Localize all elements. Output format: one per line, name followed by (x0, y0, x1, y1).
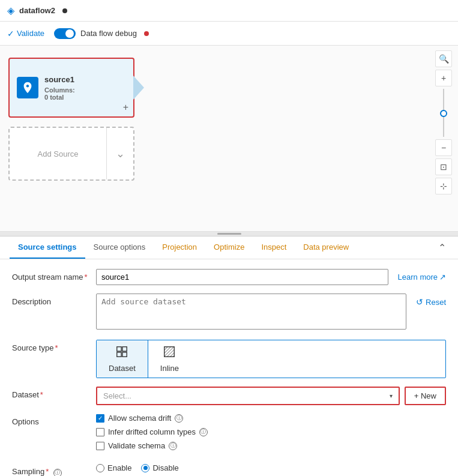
source-type-row: Source type* Dataset (12, 340, 446, 378)
add-source-chevron-icon[interactable]: ⌄ (107, 147, 133, 160)
description-control (96, 294, 406, 331)
validate-button[interactable]: ✓ Validate (7, 29, 44, 38)
zoom-in-button[interactable]: + (435, 70, 452, 86)
required-marker4: * (46, 467, 49, 476)
tab-projection[interactable]: Projection (154, 236, 205, 259)
option3-info-icon[interactable]: ⓘ (169, 442, 177, 450)
option1-row: Allow schema drift ⓘ (96, 414, 446, 423)
panel-collapse-button[interactable]: ⌃ (436, 240, 448, 256)
columns-value: 0 total (44, 94, 64, 101)
new-btn-label: + New (414, 391, 436, 400)
search-canvas-button[interactable]: 🔍 (435, 50, 452, 67)
node-info: source1 Columns: 0 total (44, 75, 126, 101)
dataset-type-button[interactable]: Dataset (97, 340, 148, 378)
validate-schema-checkbox[interactable] (96, 442, 104, 450)
sampling-control: Enable Disable (96, 463, 446, 472)
add-source-box[interactable]: Add Source ⌄ (8, 127, 134, 181)
collapse-indicator (217, 233, 241, 235)
canvas-controls: 🔍 + − ⊡ ⊹ (429, 46, 458, 231)
svg-rect-3 (122, 352, 127, 357)
svg-rect-1 (122, 347, 127, 351)
description-label: Description (12, 294, 96, 306)
settings-form: Output stream name* Learn more ↗ Descrip… (0, 259, 458, 476)
output-stream-label: Output stream name* (12, 269, 96, 282)
dataset-control: Select... ▾ + New (96, 387, 446, 405)
marquee-select-button[interactable]: ⊹ (435, 178, 452, 194)
collapse-bar[interactable] (0, 232, 458, 236)
allow-schema-drift-checkbox[interactable] (96, 414, 104, 423)
output-stream-row: Output stream name* Learn more ↗ (12, 269, 446, 285)
required-marker2: * (55, 343, 58, 352)
tab-source-settings[interactable]: Source settings (10, 236, 85, 259)
debug-label: Data flow debug (80, 29, 137, 38)
description-input[interactable] (96, 294, 406, 330)
source-type-control: Dataset (96, 340, 446, 378)
top-bar: ◈ dataflow2 (0, 0, 458, 22)
zoom-slider-track (443, 89, 444, 137)
svg-rect-4 (164, 347, 175, 357)
tab-inspect[interactable]: Inspect (253, 236, 295, 259)
inline-type-button[interactable]: Inline (148, 340, 191, 378)
reset-button[interactable]: ↺ Reset (416, 294, 446, 307)
option1-label: Allow schema drift (108, 414, 171, 423)
disable-label: Disable (152, 463, 178, 472)
source-type-label: Source type* (12, 340, 96, 352)
checkmark-icon: ✓ (7, 29, 14, 38)
option3-row: Validate schema ⓘ (96, 441, 446, 450)
top-bar-title: dataflow2 (19, 6, 55, 15)
options-label: Options (12, 414, 96, 426)
zoom-out-button[interactable]: − (435, 139, 452, 156)
add-source-label: Add Source (10, 149, 106, 158)
toolbar: ✓ Validate Data flow debug (0, 22, 458, 46)
source-type-toggle: Dataset (96, 340, 446, 378)
debug-status-dot (144, 31, 149, 36)
enable-radio[interactable] (96, 464, 104, 472)
external-link-icon: ↗ (439, 273, 446, 282)
option2-info-icon[interactable]: ⓘ (199, 428, 208, 436)
required-marker3: * (40, 390, 43, 399)
option2-label: Infer drifted column types (108, 427, 196, 436)
output-stream-control (96, 269, 388, 285)
enable-label: Enable (107, 463, 131, 472)
node-subtitle: Columns: 0 total (44, 86, 126, 101)
infer-drifted-checkbox[interactable] (96, 428, 104, 436)
toggle-knob (65, 29, 74, 38)
dropdown-arrow-icon: ▾ (390, 393, 393, 399)
fit-canvas-button[interactable]: ⊡ (435, 158, 452, 175)
select-placeholder: Select... (103, 391, 131, 400)
unsaved-dot (62, 8, 67, 13)
learn-more-button[interactable]: Learn more ↗ (398, 269, 446, 282)
inline-icon (163, 345, 176, 361)
debug-toggle[interactable] (54, 28, 76, 39)
sampling-radio-group: Enable Disable (96, 463, 446, 472)
disable-radio[interactable] (141, 464, 149, 472)
source-node[interactable]: source1 Columns: 0 total + (8, 58, 134, 118)
reset-icon: ↺ (416, 297, 423, 307)
tab-optimize[interactable]: Optimize (205, 236, 253, 259)
bottom-panel: Source settings Source options Projectio… (0, 236, 458, 476)
description-row: Description ↺ Reset (12, 294, 446, 331)
validate-label: Validate (17, 29, 44, 38)
options-row: Options Allow schema drift ⓘ Infer drift… (12, 414, 446, 455)
enable-option: Enable (96, 463, 131, 472)
debug-toggle-wrap: Data flow debug (54, 28, 149, 39)
sampling-row: Sampling* ⓘ Enable Disable (12, 463, 446, 476)
sampling-label: Sampling* ⓘ (12, 463, 96, 476)
disable-option: Disable (141, 463, 178, 472)
tab-bar: Source settings Source options Projectio… (0, 236, 458, 259)
new-dataset-button[interactable]: + New (405, 387, 446, 405)
dataset-label: Dataset* (12, 387, 96, 399)
zoom-thumb[interactable] (440, 110, 447, 117)
output-stream-input[interactable] (96, 269, 388, 285)
dataset-select[interactable]: Select... ▾ (96, 387, 400, 405)
svg-rect-0 (117, 347, 121, 351)
sampling-info-icon[interactable]: ⓘ (53, 469, 62, 477)
tab-source-options[interactable]: Source options (85, 236, 154, 259)
node-plus[interactable]: + (123, 102, 128, 113)
dataflow-icon: ◈ (7, 5, 14, 16)
canvas-area: source1 Columns: 0 total + Add Source ⌄ … (0, 46, 458, 232)
dataset-icon (115, 345, 128, 361)
node-arrow (133, 76, 144, 100)
tab-data-preview[interactable]: Data preview (295, 236, 357, 259)
option1-info-icon[interactable]: ⓘ (175, 414, 183, 423)
